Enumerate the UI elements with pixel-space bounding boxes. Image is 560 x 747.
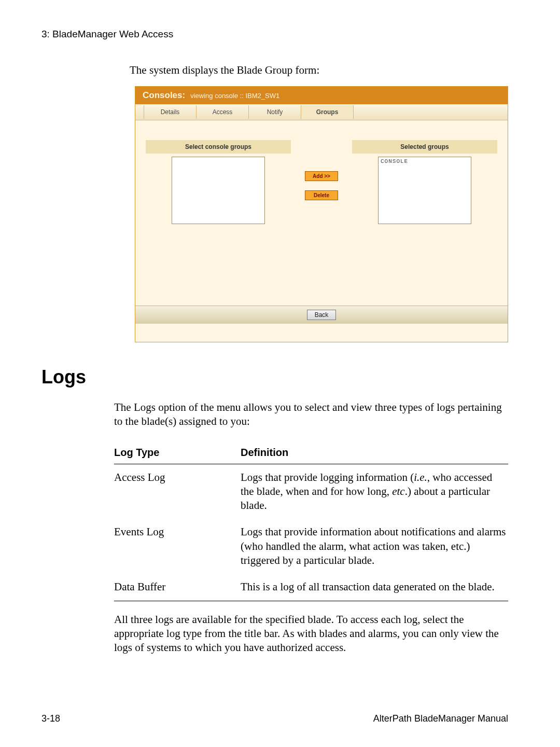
logs-intro-paragraph: The Logs option of the menu allows you t… [114,400,508,429]
chapter-header: 3: BladeManager Web Access [41,29,508,40]
screenshot-footer-bar: Back [135,306,508,324]
page-number: 3-18 [41,713,60,724]
cell-logtype: Access Log [114,464,241,519]
tab-access[interactable]: Access [197,105,249,119]
console-titlebar: Consoles: viewing console :: IBM2_SW1 [135,87,508,104]
cell-definition: Logs that provide logging information (i… [241,464,508,519]
intro-text: The system displays the Blade Group form… [130,64,508,77]
tab-details[interactable]: Details [144,105,197,119]
available-groups-column: Select console groups [146,140,291,224]
console-title-sub: viewing console :: IBM2_SW1 [190,92,279,100]
available-groups-header: Select console groups [146,140,291,154]
cell-logtype: Data Buffer [114,574,241,601]
delete-button[interactable]: Delete [305,190,338,200]
selected-groups-header: Selected groups [352,140,497,154]
available-groups-listbox[interactable] [172,157,265,224]
manual-name: AlterPath BladeManager Manual [373,713,508,724]
screenshot-blade-group-form: Consoles: viewing console :: IBM2_SW1 De… [135,86,508,342]
log-type-table: Log Type Definition Access Log Logs that… [114,441,508,601]
cell-definition: Logs that provide information about noti… [241,519,508,574]
logs-closing-paragraph: All three logs are available for the spe… [114,613,508,655]
tab-bar: Details Access Notify Groups [135,104,508,120]
add-button[interactable]: Add >> [305,171,338,181]
cell-logtype: Events Log [114,519,241,574]
table-row: Events Log Logs that provide information… [114,519,508,574]
selected-groups-listbox[interactable]: CONSOLE [378,157,471,224]
list-item[interactable]: CONSOLE [381,158,469,164]
table-row: Access Log Logs that provide logging inf… [114,464,508,519]
table-row: Data Buffer This is a log of all transac… [114,574,508,601]
table-header-definition: Definition [241,441,508,464]
console-title-main: Consoles: [143,90,185,101]
tab-groups[interactable]: Groups [301,105,354,119]
selected-groups-column: Selected groups CONSOLE [352,140,497,224]
groups-panel: Select console groups Add >> Delete Sele… [135,120,508,324]
tab-notify[interactable]: Notify [249,105,301,119]
table-header-logtype: Log Type [114,441,241,464]
cell-definition: This is a log of all transaction data ge… [241,574,508,601]
section-heading-logs: Logs [41,366,508,388]
page-footer: 3-18 AlterPath BladeManager Manual [41,713,508,724]
back-button[interactable]: Back [307,310,337,320]
